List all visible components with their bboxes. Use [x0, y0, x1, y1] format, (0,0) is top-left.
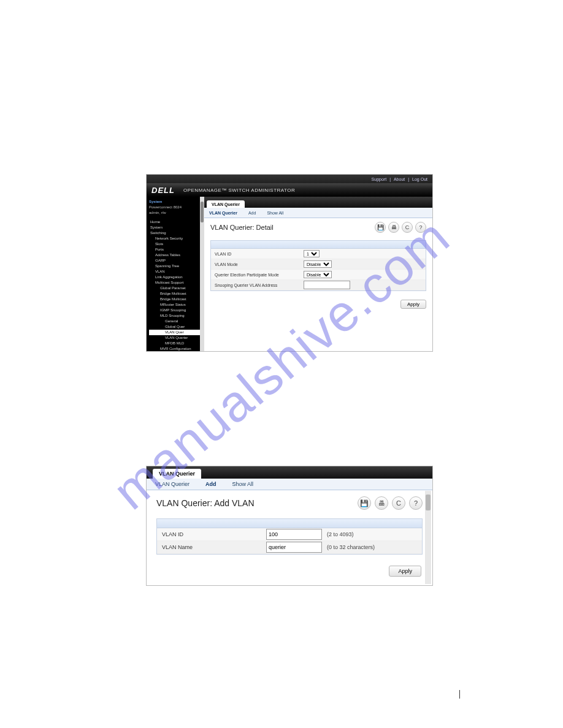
sidebar-item-vlan-querier2[interactable]: VLAN Querier: [149, 335, 204, 341]
subtab-vlan-querier[interactable]: VLAN Querier: [155, 481, 190, 487]
form-panel: VLAN ID (2 to 4093) VLAN Name (0 to 32 c…: [156, 518, 423, 555]
subtab-add[interactable]: Add: [205, 481, 216, 487]
screenshot-detail: Support| About| Log Out DELL OPENMANAGE™…: [146, 174, 433, 352]
form-panel-header: [211, 241, 426, 249]
sidebar-item-bridge-multicast2[interactable]: Bridge Multicast: [149, 297, 204, 302]
sidebar-item-mld-snooping[interactable]: MLD Snooping: [149, 313, 204, 319]
select-vlan-id[interactable]: 1: [304, 250, 320, 257]
sidebar-item-switching[interactable]: Switching: [149, 230, 204, 236]
brand-bar: DELL OPENMANAGE™ SWITCH ADMINISTRATOR: [147, 183, 432, 197]
form-panel: VLAN ID 1 VLAN Mode Disable Querier Elec…: [210, 240, 426, 291]
sidebar-item-general[interactable]: General: [149, 319, 204, 324]
main-content: VLAN Querier VLAN Querier Add Show All V…: [204, 197, 432, 351]
sidebar-user: admin, r/w: [149, 210, 204, 216]
link-logout[interactable]: Log Out: [412, 177, 427, 181]
subtab-vlan-querier[interactable]: VLAN Querier: [209, 211, 237, 215]
sidebar-item-vlan-querier[interactable]: VLAN Quer: [149, 330, 204, 335]
label-snooping-querier-vlan-address: Snooping Querier VLAN Address: [211, 283, 304, 287]
link-about[interactable]: About: [394, 177, 405, 181]
app-title: OPENMANAGE™ SWITCH ADMINISTRATOR: [183, 188, 295, 193]
toolbar: 💾 🖶 C ?: [358, 496, 423, 510]
input-vlan-id[interactable]: [266, 529, 322, 540]
sidebar-item-system[interactable]: System: [149, 225, 204, 230]
print-icon[interactable]: 🖶: [388, 222, 399, 233]
input-vlan-name[interactable]: [266, 542, 322, 553]
subtab-bar: VLAN Querier Add Show All: [147, 479, 432, 490]
label-vlan-id: VLAN ID: [157, 531, 266, 537]
sidebar-item-address-tables[interactable]: Address Tables: [149, 252, 204, 258]
sidebar-item-global-quer[interactable]: Global Quer: [149, 324, 204, 330]
page-footer: [456, 690, 460, 699]
apply-button[interactable]: Apply: [389, 566, 421, 577]
sidebar-item-global-params[interactable]: Global Paramet: [149, 286, 204, 291]
tab-strip: VLAN Querier: [147, 466, 432, 479]
label-querier-election: Querier Election Participate Mode: [211, 273, 304, 277]
sidebar-item-slots[interactable]: Slots: [149, 241, 204, 247]
page-title: VLAN Querier: Detail: [210, 224, 274, 231]
link-support[interactable]: Support: [372, 177, 387, 181]
hint-vlan-id: (2 to 4093): [327, 531, 354, 537]
sidebar-item-home[interactable]: Home: [149, 219, 204, 225]
sidebar-item-mrouter-status[interactable]: MRouter Status: [149, 302, 204, 308]
sidebar-item-ports[interactable]: Ports: [149, 247, 204, 252]
apply-button[interactable]: Apply: [400, 300, 426, 309]
page-title: VLAN Querier: Add VLAN: [156, 498, 255, 508]
refresh-icon[interactable]: C: [392, 496, 405, 510]
sidebar-item-igmp-snooping[interactable]: IGMP Snooping: [149, 308, 204, 313]
sidebar-item-vlan[interactable]: VLAN: [149, 269, 204, 275]
sidebar-system-heading: System: [149, 199, 204, 205]
sidebar-item-spanning-tree[interactable]: Spanning Tree: [149, 264, 204, 269]
input-snooping-querier-vlan-address[interactable]: [304, 281, 350, 289]
sidebar-model: Powerconnect 8024: [149, 205, 204, 210]
label-vlan-id: VLAN ID: [211, 252, 304, 256]
sidebar-scrollbar[interactable]: [200, 197, 204, 351]
label-vlan-name: VLAN Name: [157, 544, 266, 550]
nav-sidebar: System Powerconnect 8024 admin, r/w Home…: [147, 197, 204, 351]
sidebar-item-network-security[interactable]: Network Security: [149, 236, 204, 241]
subtab-bar: VLAN Querier Add Show All: [204, 208, 432, 218]
help-icon[interactable]: ?: [409, 496, 423, 510]
content-scrollbar[interactable]: [425, 491, 431, 584]
select-vlan-mode[interactable]: Disable: [304, 260, 332, 268]
tab-vlan-querier[interactable]: VLAN Querier: [153, 469, 201, 479]
refresh-icon[interactable]: C: [402, 222, 413, 233]
sidebar-item-garp[interactable]: GARP: [149, 258, 204, 264]
dell-logo: DELL: [151, 186, 175, 195]
subtab-show-all[interactable]: Show All: [232, 481, 254, 487]
toolbar: 💾 🖶 C ?: [375, 222, 426, 233]
top-links-bar: Support| About| Log Out: [147, 175, 432, 183]
sidebar-item-mvr-config[interactable]: MVR Configuration: [149, 346, 204, 351]
print-icon[interactable]: 🖶: [375, 496, 388, 510]
form-panel-header: [157, 519, 422, 528]
sidebar-item-mfdb-mld[interactable]: MFDB MLD: [149, 341, 204, 346]
tab-strip: VLAN Querier: [204, 197, 432, 208]
tab-vlan-querier[interactable]: VLAN Querier: [207, 200, 245, 208]
hint-vlan-name: (0 to 32 characters): [327, 544, 375, 550]
subtab-add[interactable]: Add: [248, 211, 256, 215]
sidebar-item-bridge-multicast1[interactable]: Bridge Multicast: [149, 291, 204, 297]
save-icon[interactable]: 💾: [375, 222, 386, 233]
sidebar-item-link-aggregation[interactable]: Link Aggregation: [149, 275, 204, 280]
screenshot-add-vlan: VLAN Querier VLAN Querier Add Show All V…: [146, 466, 433, 586]
sidebar-item-multicast-support[interactable]: Multicast Support: [149, 280, 204, 286]
help-icon[interactable]: ?: [415, 222, 426, 233]
save-icon[interactable]: 💾: [358, 496, 371, 510]
label-vlan-mode: VLAN Mode: [211, 262, 304, 267]
subtab-show-all[interactable]: Show All: [267, 211, 283, 215]
select-querier-election[interactable]: Disable: [304, 271, 332, 278]
